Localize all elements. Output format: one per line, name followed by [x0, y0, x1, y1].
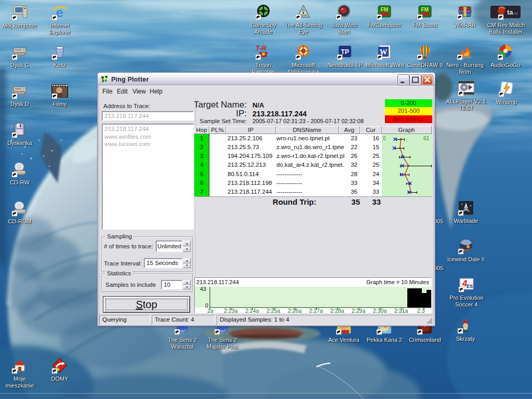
svg-text:61: 61: [423, 136, 430, 141]
svg-text:0: 0: [383, 136, 386, 141]
